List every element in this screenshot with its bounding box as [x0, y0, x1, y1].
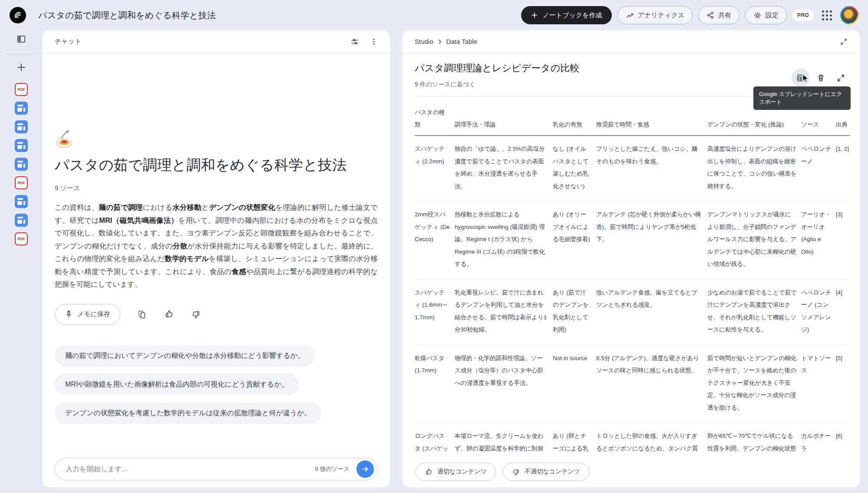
- suggestion-chip[interactable]: MRIや顕微鏡を用いた画像解析は食品内部の可視化にどう貢献するか。: [55, 374, 299, 395]
- export-tooltip: Google スプレッドシートにエクスポート: [753, 86, 851, 110]
- column-header: パスタの種類: [415, 102, 455, 136]
- table-cell: プリッとした歯ごたえ、強いコシ。麺そのものを味わう食感。: [596, 136, 707, 202]
- column-header: 調理手法・理論: [455, 102, 553, 136]
- doc-source-icon[interactable]: [15, 102, 28, 115]
- plus-icon: [16, 62, 26, 73]
- chat-settings-icon[interactable]: [349, 36, 360, 47]
- expand-diagonal-icon: [840, 38, 848, 46]
- doc-source-icon[interactable]: [15, 120, 28, 133]
- notebook-summary: この資料は、麺の茹で調理における水分移動とデンプンの状態変化を理論的に解明した修…: [55, 201, 378, 291]
- table-cell: アルデンテ (芯が硬く外側が柔らかい構造)。茹で時間によりヤング率が5桁低下。: [596, 202, 707, 280]
- table-cell: [5]: [836, 345, 850, 423]
- share-button[interactable]: 共有: [698, 6, 739, 24]
- apps-grid-icon[interactable]: [819, 8, 835, 23]
- table-cell: Not in source: [553, 345, 596, 423]
- table-cell: 熱移動と水分拡散による hygroscopic swelling (吸湿膨潤) …: [455, 202, 553, 280]
- column-header: 乳化の有無: [553, 102, 596, 136]
- table-row: 乾燥パスタ (1.7mm)物理的・化学的調和性理論。ソース成分（塩分等）のパスタ…: [415, 345, 850, 423]
- top-bar: パスタの茹で調理と調和をめぐる科学と技法 ノートブックを作成 アナリティクス 共…: [0, 0, 868, 30]
- doc-source-icon[interactable]: [15, 195, 28, 208]
- chat-panel-title: チャット: [55, 37, 81, 46]
- analytics-button[interactable]: アナリティクス: [617, 6, 693, 24]
- breadcrumb-studio[interactable]: Studio: [415, 38, 433, 45]
- chevron-right-icon: [437, 39, 443, 45]
- pdf-source-icon[interactable]: PDF: [15, 83, 28, 96]
- thumbs-up-button[interactable]: [164, 309, 174, 320]
- table-cell: トロッとした卵の食感。火が入りすぎるとボソボソになるため、タンパク質の変性温度管…: [596, 423, 707, 457]
- table-cell: 卵が65℃～70℃でゲル状になる性質を利用。デンプンの糊化状態については直接の記…: [707, 423, 801, 457]
- bad-content-button[interactable]: 不適切なコンテンツ: [503, 463, 589, 481]
- trending-up-icon: [626, 11, 634, 20]
- table-cell: あり (卵とチーズによる乳化): [553, 423, 596, 457]
- table-cell: 物理的・化学的調和性理論。ソース成分（塩分等）のパスタ中心部への浸透度を重視する…: [455, 345, 553, 423]
- data-table: パスタの種類調理手法・理論乳化の有無推奨茹で時間・食感デンプンの状態・変化 (推…: [415, 102, 850, 456]
- toggle-source-panel-button[interactable]: [13, 30, 30, 48]
- notebooklm-logo[interactable]: [10, 7, 26, 23]
- bad-content-label: 不適切なコンテンツ: [525, 468, 580, 476]
- chat-input[interactable]: [66, 465, 315, 473]
- table-toolbar: [792, 69, 850, 87]
- export-to-sheets-button[interactable]: [792, 69, 810, 87]
- table-cell: あり (オリーブオイルによる毛細管接着): [553, 202, 596, 280]
- pin-icon: [65, 310, 73, 318]
- tune-icon: [350, 37, 359, 46]
- delete-table-button[interactable]: [812, 69, 830, 87]
- table-cell: ペペロンチーノ (コンソメアレンジ): [801, 279, 836, 345]
- pdf-label: PDF: [17, 181, 25, 185]
- trash-icon: [816, 73, 825, 83]
- chat-more-menu-icon[interactable]: [368, 36, 380, 47]
- table-cell: ペペロンチーノ: [801, 136, 836, 202]
- doc-source-icon[interactable]: [15, 214, 28, 227]
- suggestion-chip[interactable]: デンプンの状態変化を考慮した数学的モデルは従来の拡散理論と何が違うか。: [55, 402, 321, 424]
- settings-button[interactable]: 設定: [745, 6, 787, 24]
- pdf-source-icon[interactable]: PDF: [15, 232, 28, 245]
- plus-icon: [531, 11, 538, 19]
- table-cell: あり (茹で汁のデンプンを乳化剤として利用): [553, 279, 596, 345]
- thumbs-down-button[interactable]: [191, 309, 201, 320]
- add-source-button[interactable]: [13, 59, 30, 76]
- thumb-up-icon: [425, 468, 433, 476]
- save-to-note-button[interactable]: メモに保存: [55, 304, 120, 325]
- source-rail: PDFPDFPDF: [0, 30, 43, 245]
- table-cell: [3]: [836, 202, 850, 280]
- table-row: ロングパスタ (スパゲッティ等)本場ローマ流。生クリームを使わず、卵の凝固温度を…: [415, 423, 850, 457]
- suggestion-chips: 麺の茹で調理においてデンプンの糊化や分散は水分移動にどう影響するか。MRIや顕微…: [55, 345, 378, 424]
- table-cell: 独自の「ゆで論」。2.5%の高塩分濃度で茹でることでパスタの表面を締め、水分浸透…: [455, 136, 553, 202]
- avatar[interactable]: [840, 6, 858, 24]
- source-count-label: 9 ソース: [55, 184, 378, 192]
- input-source-count: 9 個のソース: [315, 465, 350, 473]
- chat-panel: チャット: [43, 30, 390, 487]
- table-container: パスタの種類調理手法・理論乳化の有無推奨茹で時間・食感デンプンの状態・変化 (推…: [415, 96, 850, 456]
- table-row: スパゲッティ (2.2mm)独自の「ゆで論」。2.5%の高塩分濃度で茹でることで…: [415, 136, 850, 202]
- open-full-button[interactable]: [832, 69, 850, 87]
- studio-panel: Studio Data Table パスタ調理理論とレシピデータの比較 9 件の…: [403, 30, 860, 487]
- table-cell: [4]: [836, 279, 850, 345]
- studio-panel-header: Studio Data Table: [403, 30, 860, 53]
- table-row: スパゲッティ (1.6mm～1.7mm)乳化重視レシピ。茹で汁に含まれるデンプン…: [415, 279, 850, 345]
- create-notebook-label: ノートブックを作成: [543, 11, 602, 20]
- table-feedback-bar: 適切なコンテンツ 不適切なコンテンツ: [403, 456, 860, 487]
- table-cell: デンプンマトリックスが吸水により膨潤し、分子鎖間のファンデルワールス力に影響を与…: [707, 202, 801, 280]
- notebooklm-app: パスタの茹で調理と調和をめぐる科学と技法 ノートブックを作成 アナリティクス 共…: [0, 0, 868, 493]
- doc-source-icon[interactable]: [15, 158, 28, 171]
- suggestion-chip[interactable]: 麺の茹で調理においてデンプンの糊化や分散は水分移動にどう影響するか。: [55, 345, 315, 367]
- table-cell: なし (オイルパスタとして楽しむため乳化させない): [553, 136, 596, 202]
- pdf-source-icon[interactable]: PDF: [15, 176, 28, 189]
- notebook-title: パスタの茹で調理と調和をめぐる科学と技法: [55, 156, 378, 175]
- table-cell: 乳化重視レシピ。茹で汁に含まれるデンプンを利用して油と水分を結合させる。茹で時間…: [455, 279, 553, 345]
- arrow-right-icon: [361, 465, 370, 473]
- logo-arcs-icon: [13, 10, 23, 20]
- table-subtitle: 9 件のソースに基づく: [415, 81, 579, 89]
- chat-body: パスタの茹で調理と調和をめぐる科学と技法 9 ソース この資料は、麺の茹で調理に…: [43, 53, 390, 453]
- side-panel-icon: [17, 34, 26, 44]
- copy-button[interactable]: [137, 309, 147, 320]
- create-notebook-button[interactable]: ノートブックを作成: [521, 6, 612, 24]
- rail-divider: [6, 54, 37, 54]
- table-row: 2mm径スパゲッティ (De Cecco)熱移動と水分拡散による hygrosc…: [415, 202, 850, 280]
- table-cell: 強いアルデンテ食感。歯を立てるとブツンとちぎれる感覚。: [596, 279, 707, 345]
- send-button[interactable]: [356, 460, 374, 478]
- doc-source-icon[interactable]: [15, 139, 28, 152]
- avatar-photo: [842, 7, 857, 23]
- expand-panel-button[interactable]: [838, 36, 850, 48]
- good-content-button[interactable]: 適切なコンテンツ: [416, 463, 496, 481]
